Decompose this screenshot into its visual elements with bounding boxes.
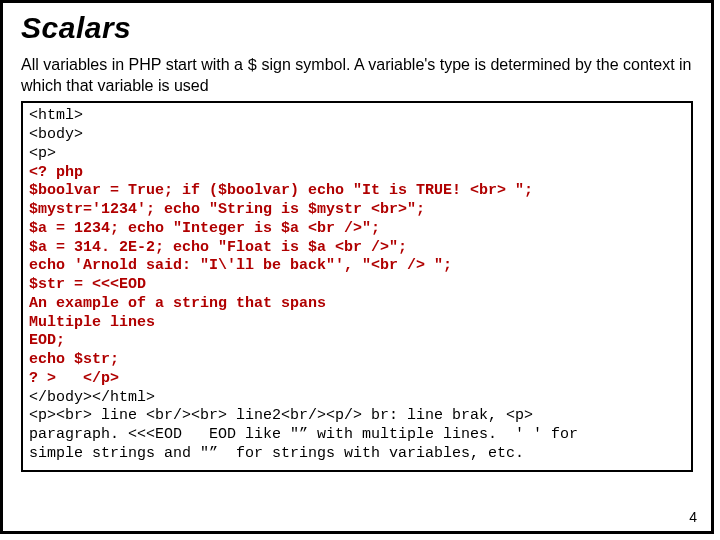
code-line: <body>	[29, 126, 83, 143]
page-number: 4	[689, 509, 697, 525]
code-line: <p><br> line <br/><br> line2<br/><p/> br…	[29, 407, 533, 424]
code-line: echo 'Arnold said: "I\'ll be back"', "<b…	[29, 257, 452, 274]
code-line: $mystr='1234'; echo "String is $mystr <b…	[29, 201, 425, 218]
code-block: <html> <body> <p> <? php $boolvar = True…	[21, 101, 693, 471]
slide-frame: Scalars All variables in PHP start with …	[0, 0, 714, 534]
code-line: Multiple lines	[29, 314, 155, 331]
code-line: An example of a string that spans	[29, 295, 326, 312]
code-line: simple strings and "” for strings with v…	[29, 445, 524, 462]
code-line: </body></html>	[29, 389, 155, 406]
intro-text: All variables in PHP start with a $ sign…	[21, 55, 693, 95]
code-line: $str = <<<EOD	[29, 276, 146, 293]
dollar-sign: $	[247, 57, 257, 75]
code-line: EOD;	[29, 332, 65, 349]
code-line: echo $str;	[29, 351, 119, 368]
code-line: $a = 314. 2E-2; echo "Float is $a <br />…	[29, 239, 407, 256]
code-line: paragraph. <<<EOD EOD like "” with multi…	[29, 426, 578, 443]
code-line: <html>	[29, 107, 83, 124]
intro-part1: All variables in PHP start with a	[21, 56, 247, 73]
code-line: ? > </p>	[29, 370, 119, 387]
code-line: <? php	[29, 164, 83, 181]
code-line: <p>	[29, 145, 56, 162]
slide-title: Scalars	[21, 11, 693, 45]
code-line: $a = 1234; echo "Integer is $a <br />";	[29, 220, 380, 237]
code-line: $boolvar = True; if ($boolvar) echo "It …	[29, 182, 533, 199]
